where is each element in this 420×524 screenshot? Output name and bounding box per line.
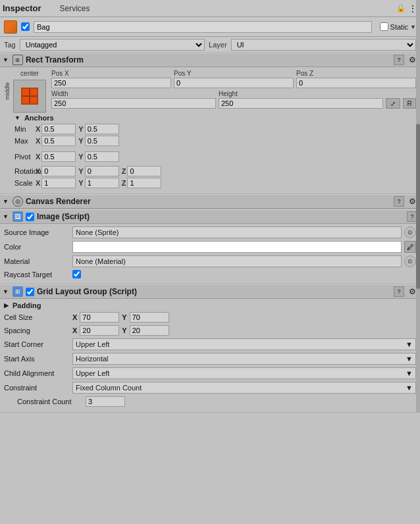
- cell-size-row: Cell Size X Y: [4, 312, 416, 323]
- anchor-inner: [21, 88, 38, 105]
- services-tab[interactable]: Services: [55, 3, 95, 14]
- tag-select[interactable]: Untagged: [20, 39, 205, 51]
- expand-btn[interactable]: ⤢: [386, 98, 400, 109]
- anchors-title: ▼ Anchors: [14, 114, 412, 122]
- canvas-renderer-header: ▼ ◎ Canvas Renderer ? ⚙: [0, 194, 420, 209]
- lock-icon[interactable]: 🔒: [396, 4, 406, 13]
- cr-help-btn[interactable]: ?: [394, 196, 404, 207]
- layer-select[interactable]: UI: [231, 39, 416, 51]
- object-icon: [4, 20, 17, 34]
- start-corner-label: Start Corner: [4, 340, 70, 348]
- pivot-x-input[interactable]: [41, 151, 76, 162]
- start-axis-dropdown[interactable]: Horizontal ▼: [72, 353, 416, 365]
- raycast-checkbox[interactable]: [72, 270, 81, 278]
- eyedropper-btn[interactable]: 🖉: [404, 241, 416, 253]
- anchors-min-y-input[interactable]: [85, 124, 119, 134]
- pivot-x-group: X: [36, 151, 76, 162]
- cell-size-x-input[interactable]: [80, 312, 119, 323]
- constraint-value: Fixed Column Count: [76, 384, 142, 392]
- rt-title: Rect Transform: [26, 55, 391, 65]
- scrollbar[interactable]: [416, 0, 420, 413]
- rotation-x-group: X: [36, 166, 76, 176]
- material-picker-btn[interactable]: ⊙: [404, 255, 416, 267]
- child-alignment-dropdown[interactable]: Upper Left ▼: [72, 367, 416, 379]
- pos-z-input[interactable]: [296, 78, 416, 88]
- img-enable-checkbox[interactable]: [26, 213, 34, 221]
- rotation-section: Rotation X Y Z Scale: [4, 165, 416, 191]
- static-dropdown-arrow[interactable]: ▼: [410, 24, 416, 30]
- rect-transform-section: ▼ ⊞ Rect Transform ? ⚙ middle center: [0, 53, 420, 194]
- spacing-x-letter: X: [72, 327, 77, 334]
- scale-z-input[interactable]: [127, 178, 161, 188]
- pos-x-input[interactable]: [51, 78, 171, 88]
- object-name-input[interactable]: [34, 21, 372, 33]
- pivot-row: Pivot X Y: [14, 151, 412, 162]
- layer-label: Layer: [209, 41, 227, 49]
- grid-enable-checkbox[interactable]: [26, 288, 34, 296]
- padding-label: Padding: [13, 301, 41, 309]
- scale-x-input[interactable]: [41, 178, 76, 188]
- grid-chevron[interactable]: ▼: [3, 288, 9, 295]
- anchor-box[interactable]: [13, 80, 46, 113]
- anchors-min-row: Min X Y: [14, 124, 412, 134]
- top-bar: Inspector Services 🔒 ⋮: [0, 0, 420, 17]
- spacing-x-input[interactable]: [80, 325, 119, 336]
- start-corner-value: Upper Left: [76, 340, 109, 348]
- img-enable-label[interactable]: [26, 213, 34, 221]
- source-image-picker-btn[interactable]: ⊙: [404, 226, 416, 238]
- color-preview[interactable]: [72, 241, 402, 253]
- cell-y-letter: Y: [122, 313, 126, 321]
- anchors-max-y-group: Y: [78, 136, 118, 146]
- anchors-max-y-input[interactable]: [85, 136, 119, 146]
- pos-y-input[interactable]: [174, 78, 294, 88]
- cell-size-label: Cell Size: [4, 313, 70, 321]
- spacing-y-input[interactable]: [130, 325, 169, 336]
- rotation-z-input[interactable]: [127, 166, 161, 176]
- grid-title: Grid Layout Group (Script): [37, 287, 391, 296]
- pos-row: Pos X Pos Y Pos Z: [51, 70, 416, 88]
- constraint-count-input[interactable]: [86, 396, 125, 407]
- scale-label: Scale: [14, 179, 33, 187]
- anchors-chevron[interactable]: ▼: [14, 115, 20, 121]
- rotation-y-input[interactable]: [85, 166, 119, 176]
- anchors-section: ▼ Anchors Min X Y Max: [4, 113, 416, 150]
- scrollbar-thumb[interactable]: [416, 124, 420, 289]
- img-chevron[interactable]: ▼: [3, 213, 9, 220]
- anchors-max-x-input[interactable]: [41, 136, 76, 146]
- enable-checkbox-label[interactable]: [21, 22, 30, 31]
- static-checkbox[interactable]: [380, 22, 388, 31]
- spacing-label: Spacing: [4, 327, 70, 334]
- spacing-y-group: Y: [122, 325, 169, 336]
- image-script-body: Source Image None (Sprite) ⊙ Color 🖉 Mat…: [0, 224, 420, 284]
- rotation-z-group: Z: [122, 166, 162, 176]
- constraint-row: Constraint Fixed Column Count ▼: [4, 382, 416, 394]
- pos-x-label: Pos X: [51, 70, 171, 77]
- rotation-x-input[interactable]: [41, 166, 76, 176]
- scale-y-input[interactable]: [85, 178, 119, 188]
- padding-chevron[interactable]: ▶: [4, 302, 9, 309]
- grid-help-btn[interactable]: ?: [394, 286, 404, 297]
- enable-checkbox[interactable]: [21, 22, 30, 31]
- rt-help-btn[interactable]: ?: [394, 55, 404, 65]
- height-input[interactable]: [219, 98, 383, 109]
- constraint-label: Constraint: [4, 384, 70, 392]
- cell-size-y-group: Y: [122, 312, 169, 323]
- grid-enable-label[interactable]: [26, 288, 34, 296]
- pos-x-group: Pos X: [51, 70, 171, 88]
- material-value[interactable]: None (Material): [72, 255, 402, 267]
- rt-chevron[interactable]: ▼: [3, 57, 9, 63]
- spacing-y-letter: Y: [122, 327, 126, 334]
- anchors-label: Anchors: [24, 114, 54, 122]
- width-input[interactable]: [51, 98, 216, 109]
- pivot-y-input[interactable]: [85, 151, 119, 162]
- spacing-x-group: X: [72, 325, 119, 336]
- color-row: Color 🖉: [4, 241, 416, 253]
- cr-chevron[interactable]: ▼: [3, 198, 9, 205]
- constraint-dropdown[interactable]: Fixed Column Count ▼: [72, 382, 416, 394]
- rotation-row: Rotation X Y Z: [14, 166, 412, 176]
- anchors-min-x-input[interactable]: [41, 124, 76, 134]
- r-button[interactable]: R: [403, 98, 416, 109]
- cell-size-y-input[interactable]: [130, 312, 169, 323]
- source-image-value[interactable]: None (Sprite): [72, 226, 402, 238]
- start-corner-dropdown[interactable]: Upper Left ▼: [72, 338, 416, 350]
